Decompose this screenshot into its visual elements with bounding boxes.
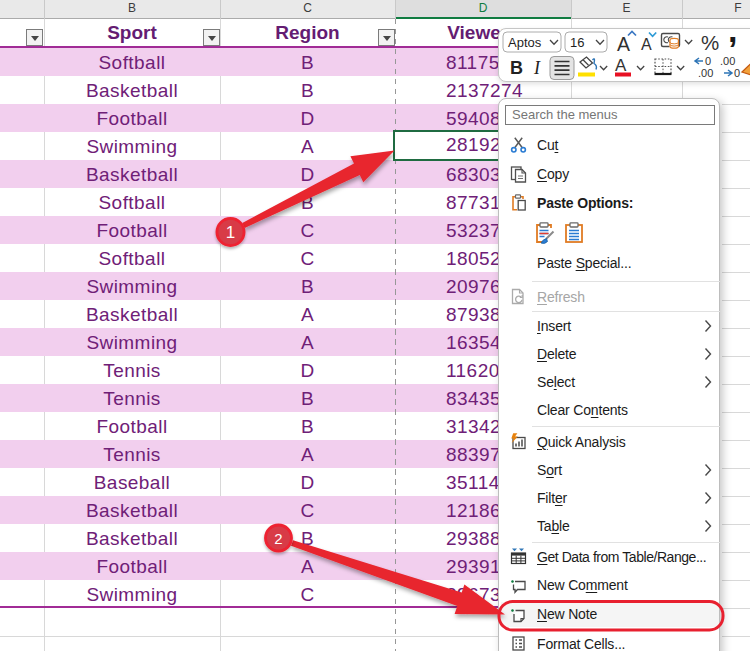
svg-text:2: 2 bbox=[274, 530, 282, 547]
svg-text:1: 1 bbox=[226, 223, 235, 242]
